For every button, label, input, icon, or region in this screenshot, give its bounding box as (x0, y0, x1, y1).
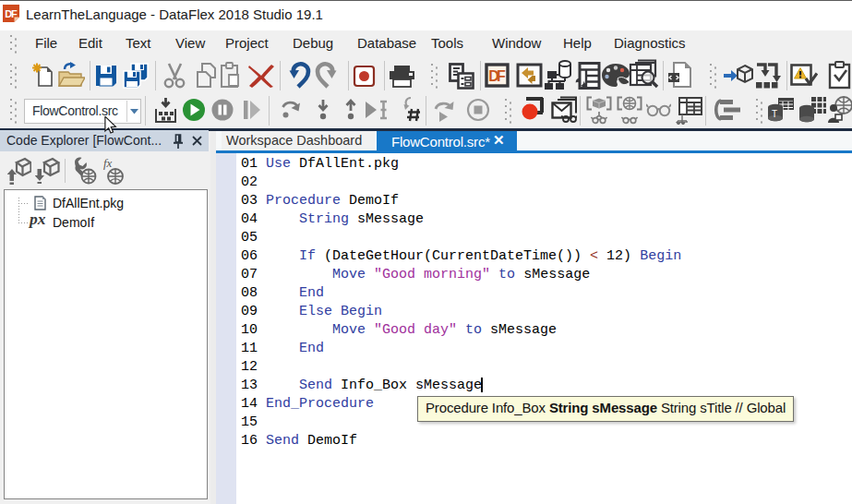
svg-text:DF: DF (5, 8, 18, 19)
svg-text:DF: DF (488, 68, 506, 84)
svg-text:fx: fx (103, 156, 113, 170)
svg-text:T: T (772, 109, 777, 119)
